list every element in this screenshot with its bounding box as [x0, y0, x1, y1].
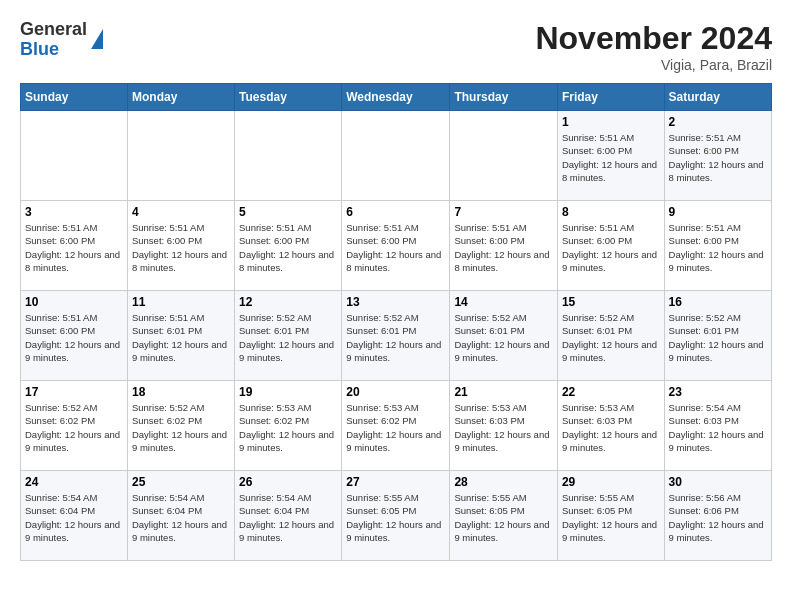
day-info: Sunrise: 5:55 AMSunset: 6:05 PMDaylight:…: [562, 491, 660, 544]
calendar-cell: 7Sunrise: 5:51 AMSunset: 6:00 PMDaylight…: [450, 201, 558, 291]
day-info: Sunrise: 5:53 AMSunset: 6:02 PMDaylight:…: [346, 401, 445, 454]
day-info: Sunrise: 5:51 AMSunset: 6:00 PMDaylight:…: [562, 221, 660, 274]
calendar-cell: 3Sunrise: 5:51 AMSunset: 6:00 PMDaylight…: [21, 201, 128, 291]
calendar-cell: 15Sunrise: 5:52 AMSunset: 6:01 PMDayligh…: [557, 291, 664, 381]
calendar-cell: 25Sunrise: 5:54 AMSunset: 6:04 PMDayligh…: [127, 471, 234, 561]
weekday-header-monday: Monday: [127, 84, 234, 111]
calendar-cell: [450, 111, 558, 201]
title-area: November 2024 Vigia, Para, Brazil: [535, 20, 772, 73]
day-number: 23: [669, 385, 767, 399]
day-number: 15: [562, 295, 660, 309]
weekday-header-wednesday: Wednesday: [342, 84, 450, 111]
day-info: Sunrise: 5:51 AMSunset: 6:00 PMDaylight:…: [132, 221, 230, 274]
month-title: November 2024: [535, 20, 772, 57]
calendar-cell: 28Sunrise: 5:55 AMSunset: 6:05 PMDayligh…: [450, 471, 558, 561]
logo-blue: Blue: [20, 40, 87, 60]
day-number: 7: [454, 205, 553, 219]
day-info: Sunrise: 5:53 AMSunset: 6:02 PMDaylight:…: [239, 401, 337, 454]
day-info: Sunrise: 5:51 AMSunset: 6:00 PMDaylight:…: [669, 131, 767, 184]
day-number: 22: [562, 385, 660, 399]
calendar-cell: 10Sunrise: 5:51 AMSunset: 6:00 PMDayligh…: [21, 291, 128, 381]
weekday-header-tuesday: Tuesday: [235, 84, 342, 111]
calendar-cell: [342, 111, 450, 201]
day-number: 27: [346, 475, 445, 489]
calendar-header-row: SundayMondayTuesdayWednesdayThursdayFrid…: [21, 84, 772, 111]
day-number: 25: [132, 475, 230, 489]
logo-text: General Blue: [20, 20, 87, 60]
calendar-cell: 29Sunrise: 5:55 AMSunset: 6:05 PMDayligh…: [557, 471, 664, 561]
calendar-cell: 30Sunrise: 5:56 AMSunset: 6:06 PMDayligh…: [664, 471, 771, 561]
calendar-cell: 12Sunrise: 5:52 AMSunset: 6:01 PMDayligh…: [235, 291, 342, 381]
calendar-cell: 26Sunrise: 5:54 AMSunset: 6:04 PMDayligh…: [235, 471, 342, 561]
day-number: 18: [132, 385, 230, 399]
day-number: 17: [25, 385, 123, 399]
day-number: 26: [239, 475, 337, 489]
day-info: Sunrise: 5:55 AMSunset: 6:05 PMDaylight:…: [346, 491, 445, 544]
day-info: Sunrise: 5:51 AMSunset: 6:00 PMDaylight:…: [25, 311, 123, 364]
calendar-cell: 6Sunrise: 5:51 AMSunset: 6:00 PMDaylight…: [342, 201, 450, 291]
calendar-cell: 24Sunrise: 5:54 AMSunset: 6:04 PMDayligh…: [21, 471, 128, 561]
calendar-cell: 23Sunrise: 5:54 AMSunset: 6:03 PMDayligh…: [664, 381, 771, 471]
calendar-cell: 21Sunrise: 5:53 AMSunset: 6:03 PMDayligh…: [450, 381, 558, 471]
day-info: Sunrise: 5:56 AMSunset: 6:06 PMDaylight:…: [669, 491, 767, 544]
day-number: 29: [562, 475, 660, 489]
day-number: 28: [454, 475, 553, 489]
calendar-cell: 9Sunrise: 5:51 AMSunset: 6:00 PMDaylight…: [664, 201, 771, 291]
calendar-cell: 19Sunrise: 5:53 AMSunset: 6:02 PMDayligh…: [235, 381, 342, 471]
calendar-week-3: 17Sunrise: 5:52 AMSunset: 6:02 PMDayligh…: [21, 381, 772, 471]
calendar-cell: 16Sunrise: 5:52 AMSunset: 6:01 PMDayligh…: [664, 291, 771, 381]
day-number: 8: [562, 205, 660, 219]
day-info: Sunrise: 5:55 AMSunset: 6:05 PMDaylight:…: [454, 491, 553, 544]
day-number: 20: [346, 385, 445, 399]
day-number: 24: [25, 475, 123, 489]
location-label: Vigia, Para, Brazil: [535, 57, 772, 73]
calendar-table: SundayMondayTuesdayWednesdayThursdayFrid…: [20, 83, 772, 561]
day-number: 19: [239, 385, 337, 399]
calendar-cell: 5Sunrise: 5:51 AMSunset: 6:00 PMDaylight…: [235, 201, 342, 291]
calendar-cell: 1Sunrise: 5:51 AMSunset: 6:00 PMDaylight…: [557, 111, 664, 201]
day-info: Sunrise: 5:52 AMSunset: 6:01 PMDaylight:…: [669, 311, 767, 364]
calendar-cell: 13Sunrise: 5:52 AMSunset: 6:01 PMDayligh…: [342, 291, 450, 381]
calendar-week-1: 3Sunrise: 5:51 AMSunset: 6:00 PMDaylight…: [21, 201, 772, 291]
calendar-cell: 27Sunrise: 5:55 AMSunset: 6:05 PMDayligh…: [342, 471, 450, 561]
day-info: Sunrise: 5:53 AMSunset: 6:03 PMDaylight:…: [562, 401, 660, 454]
day-info: Sunrise: 5:51 AMSunset: 6:00 PMDaylight:…: [25, 221, 123, 274]
calendar-cell: 17Sunrise: 5:52 AMSunset: 6:02 PMDayligh…: [21, 381, 128, 471]
day-info: Sunrise: 5:54 AMSunset: 6:04 PMDaylight:…: [239, 491, 337, 544]
calendar-cell: 4Sunrise: 5:51 AMSunset: 6:00 PMDaylight…: [127, 201, 234, 291]
day-number: 10: [25, 295, 123, 309]
calendar-cell: 22Sunrise: 5:53 AMSunset: 6:03 PMDayligh…: [557, 381, 664, 471]
logo-triangle-icon: [91, 29, 103, 49]
day-info: Sunrise: 5:51 AMSunset: 6:01 PMDaylight:…: [132, 311, 230, 364]
day-number: 21: [454, 385, 553, 399]
day-info: Sunrise: 5:51 AMSunset: 6:00 PMDaylight:…: [239, 221, 337, 274]
day-number: 6: [346, 205, 445, 219]
day-info: Sunrise: 5:52 AMSunset: 6:01 PMDaylight:…: [562, 311, 660, 364]
day-info: Sunrise: 5:51 AMSunset: 6:00 PMDaylight:…: [454, 221, 553, 274]
logo-general: General: [20, 20, 87, 40]
weekday-header-friday: Friday: [557, 84, 664, 111]
day-info: Sunrise: 5:54 AMSunset: 6:04 PMDaylight:…: [132, 491, 230, 544]
day-number: 5: [239, 205, 337, 219]
day-number: 14: [454, 295, 553, 309]
day-info: Sunrise: 5:51 AMSunset: 6:00 PMDaylight:…: [562, 131, 660, 184]
day-info: Sunrise: 5:53 AMSunset: 6:03 PMDaylight:…: [454, 401, 553, 454]
calendar-cell: [21, 111, 128, 201]
day-number: 16: [669, 295, 767, 309]
calendar-cell: 2Sunrise: 5:51 AMSunset: 6:00 PMDaylight…: [664, 111, 771, 201]
weekday-header-saturday: Saturday: [664, 84, 771, 111]
calendar-cell: 18Sunrise: 5:52 AMSunset: 6:02 PMDayligh…: [127, 381, 234, 471]
calendar-cell: 14Sunrise: 5:52 AMSunset: 6:01 PMDayligh…: [450, 291, 558, 381]
day-info: Sunrise: 5:54 AMSunset: 6:03 PMDaylight:…: [669, 401, 767, 454]
day-number: 9: [669, 205, 767, 219]
day-number: 12: [239, 295, 337, 309]
logo: General Blue: [20, 20, 103, 60]
day-info: Sunrise: 5:52 AMSunset: 6:01 PMDaylight:…: [346, 311, 445, 364]
day-info: Sunrise: 5:52 AMSunset: 6:01 PMDaylight:…: [454, 311, 553, 364]
calendar-cell: 11Sunrise: 5:51 AMSunset: 6:01 PMDayligh…: [127, 291, 234, 381]
calendar-cell: 20Sunrise: 5:53 AMSunset: 6:02 PMDayligh…: [342, 381, 450, 471]
day-info: Sunrise: 5:52 AMSunset: 6:02 PMDaylight:…: [132, 401, 230, 454]
page-header: General Blue November 2024 Vigia, Para, …: [20, 20, 772, 73]
day-number: 3: [25, 205, 123, 219]
weekday-header-sunday: Sunday: [21, 84, 128, 111]
